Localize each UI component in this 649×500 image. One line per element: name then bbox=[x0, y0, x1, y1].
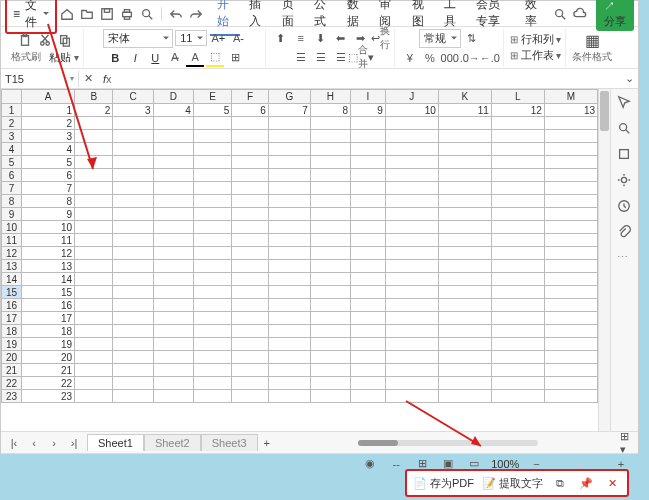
cell[interactable] bbox=[385, 338, 438, 351]
cell[interactable] bbox=[385, 325, 438, 338]
cell[interactable]: 2 bbox=[75, 104, 113, 117]
align-bot-icon[interactable]: ⬇ bbox=[312, 29, 330, 47]
cell[interactable] bbox=[544, 390, 597, 403]
cell[interactable] bbox=[385, 221, 438, 234]
cell[interactable] bbox=[491, 364, 544, 377]
row-header[interactable]: 1 bbox=[2, 104, 22, 117]
cell[interactable] bbox=[193, 286, 231, 299]
cell[interactable] bbox=[268, 299, 310, 312]
border-button[interactable]: ⊞ bbox=[226, 49, 244, 67]
wrap-button[interactable]: ↩换行 bbox=[372, 29, 390, 47]
align-top-icon[interactable]: ⬆ bbox=[272, 29, 290, 47]
paste-label[interactable]: 粘贴 ▾ bbox=[49, 50, 79, 65]
cell[interactable] bbox=[153, 273, 193, 286]
cell[interactable] bbox=[385, 247, 438, 260]
cell[interactable] bbox=[438, 312, 491, 325]
sheet-last-icon[interactable]: ›| bbox=[65, 434, 83, 452]
cell[interactable] bbox=[385, 182, 438, 195]
cell[interactable] bbox=[268, 130, 310, 143]
cell[interactable]: 4 bbox=[153, 104, 193, 117]
cell[interactable] bbox=[351, 286, 386, 299]
cell[interactable] bbox=[310, 247, 350, 260]
share-button[interactable]: ↗ 分享 bbox=[596, 0, 634, 31]
cell[interactable] bbox=[268, 221, 310, 234]
spreadsheet-grid[interactable]: ABCDEFGHIJKLM112345678910111213223344556… bbox=[1, 89, 598, 431]
cell[interactable] bbox=[232, 377, 269, 390]
cell[interactable] bbox=[438, 260, 491, 273]
cell[interactable] bbox=[113, 338, 153, 351]
col-header[interactable]: I bbox=[351, 90, 386, 104]
print-icon[interactable] bbox=[120, 6, 134, 22]
rowcol-button[interactable]: ⊞ 行和列 ▾ bbox=[510, 32, 562, 47]
cell[interactable] bbox=[268, 156, 310, 169]
cell[interactable] bbox=[385, 117, 438, 130]
cell[interactable] bbox=[438, 143, 491, 156]
name-box[interactable]: T15 bbox=[1, 71, 79, 87]
cell[interactable] bbox=[268, 143, 310, 156]
cut-icon[interactable] bbox=[36, 31, 54, 49]
cell[interactable] bbox=[232, 273, 269, 286]
cell[interactable] bbox=[491, 117, 544, 130]
cell[interactable] bbox=[351, 130, 386, 143]
cell[interactable] bbox=[153, 299, 193, 312]
cell[interactable] bbox=[153, 312, 193, 325]
cell[interactable] bbox=[310, 351, 350, 364]
col-header[interactable]: H bbox=[310, 90, 350, 104]
save-icon[interactable] bbox=[100, 6, 114, 22]
cell[interactable]: 5 bbox=[193, 104, 231, 117]
cell[interactable] bbox=[385, 312, 438, 325]
cell[interactable] bbox=[544, 351, 597, 364]
cell[interactable] bbox=[232, 338, 269, 351]
cell[interactable] bbox=[193, 299, 231, 312]
cell[interactable] bbox=[438, 234, 491, 247]
cell[interactable] bbox=[438, 221, 491, 234]
cell[interactable] bbox=[310, 195, 350, 208]
cell[interactable] bbox=[113, 377, 153, 390]
cell[interactable] bbox=[351, 338, 386, 351]
cell[interactable] bbox=[351, 156, 386, 169]
strike-button[interactable]: A̶ bbox=[166, 49, 184, 67]
row-header[interactable]: 18 bbox=[2, 325, 22, 338]
cell[interactable] bbox=[385, 130, 438, 143]
search-icon[interactable] bbox=[553, 6, 567, 22]
cell[interactable] bbox=[310, 390, 350, 403]
cell[interactable] bbox=[75, 130, 113, 143]
expand-formula-icon[interactable]: ⌄ bbox=[620, 70, 638, 88]
number-format-dropdown[interactable]: 常规 bbox=[419, 29, 461, 48]
col-header[interactable]: B bbox=[75, 90, 113, 104]
cell[interactable] bbox=[113, 182, 153, 195]
row-header[interactable]: 10 bbox=[2, 221, 22, 234]
cell[interactable] bbox=[232, 364, 269, 377]
cell[interactable] bbox=[385, 299, 438, 312]
pin-callout-icon[interactable]: 📌 bbox=[577, 474, 595, 492]
cell[interactable] bbox=[351, 273, 386, 286]
cell[interactable] bbox=[232, 325, 269, 338]
cell[interactable]: 12 bbox=[491, 104, 544, 117]
cell[interactable] bbox=[351, 299, 386, 312]
cell[interactable] bbox=[310, 208, 350, 221]
cell[interactable] bbox=[310, 169, 350, 182]
font-size-dropdown[interactable]: 11 bbox=[175, 30, 207, 46]
col-header[interactable]: F bbox=[232, 90, 269, 104]
cell[interactable] bbox=[268, 377, 310, 390]
save-pdf-button[interactable]: 📄 存为PDF bbox=[413, 476, 474, 491]
cell[interactable] bbox=[544, 377, 597, 390]
cell[interactable] bbox=[268, 247, 310, 260]
sheet-tab-3[interactable]: Sheet3 bbox=[201, 434, 258, 451]
cell[interactable] bbox=[491, 273, 544, 286]
cell[interactable] bbox=[310, 299, 350, 312]
format-painter-label[interactable]: 格式刷 bbox=[11, 50, 41, 64]
cell[interactable] bbox=[351, 312, 386, 325]
cell[interactable] bbox=[438, 156, 491, 169]
cell[interactable] bbox=[438, 364, 491, 377]
cell[interactable] bbox=[491, 325, 544, 338]
col-header[interactable]: L bbox=[491, 90, 544, 104]
cell[interactable] bbox=[113, 208, 153, 221]
cell[interactable] bbox=[385, 169, 438, 182]
cell[interactable] bbox=[351, 325, 386, 338]
cell[interactable] bbox=[153, 377, 193, 390]
cell[interactable] bbox=[193, 169, 231, 182]
cell[interactable] bbox=[75, 143, 113, 156]
cell[interactable] bbox=[232, 182, 269, 195]
cell[interactable] bbox=[544, 247, 597, 260]
